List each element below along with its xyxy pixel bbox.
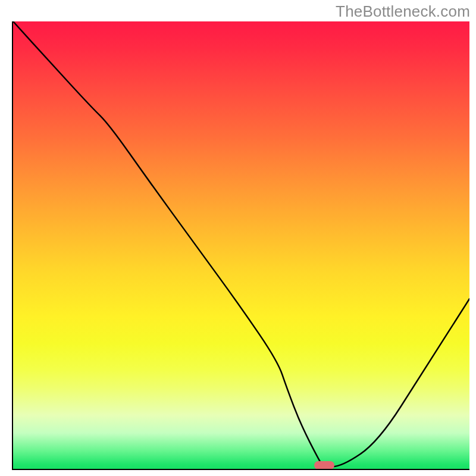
- bottleneck-chart: TheBottleneck.com: [0, 0, 476, 476]
- plot-area: [12, 21, 469, 470]
- curve-svg: [13, 21, 469, 469]
- optimal-point-marker: [314, 461, 334, 469]
- watermark-text: TheBottleneck.com: [336, 2, 470, 21]
- bottleneck-curve-path: [13, 21, 469, 466]
